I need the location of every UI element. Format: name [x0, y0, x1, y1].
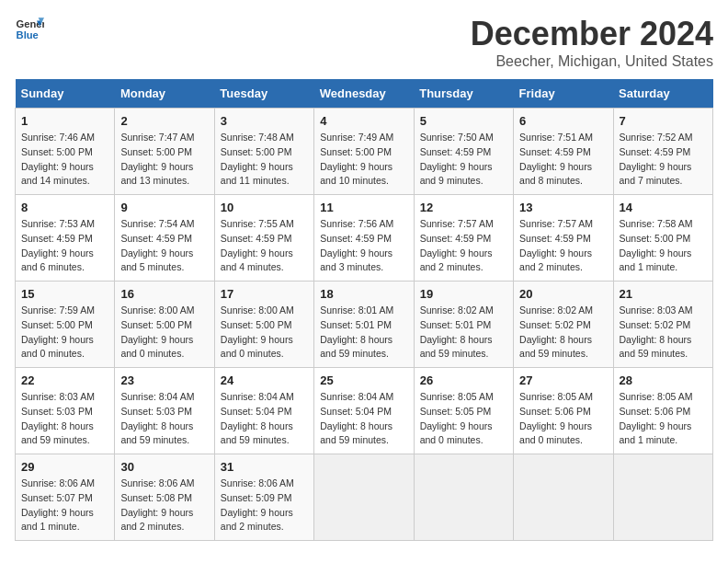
calendar-day-cell: 26Sunrise: 8:05 AMSunset: 5:05 PMDayligh…: [414, 368, 513, 454]
calendar-day-cell: 1Sunrise: 7:46 AMSunset: 5:00 PMDaylight…: [16, 109, 115, 195]
day-info: Sunrise: 8:02 AMSunset: 5:02 PMDaylight:…: [519, 304, 607, 362]
calendar-week-row: 8Sunrise: 7:53 AMSunset: 4:59 PMDaylight…: [16, 195, 713, 282]
calendar-day-cell: 29Sunrise: 8:06 AMSunset: 5:07 PMDayligh…: [16, 454, 115, 541]
day-info: Sunrise: 8:06 AMSunset: 5:07 PMDaylight:…: [21, 477, 108, 534]
day-info: Sunrise: 7:51 AMSunset: 4:59 PMDaylight:…: [519, 131, 607, 189]
day-number: 30: [120, 460, 208, 474]
calendar-day-cell: 28Sunrise: 8:05 AMSunset: 5:06 PMDayligh…: [613, 368, 712, 454]
day-info: Sunrise: 8:04 AMSunset: 5:04 PMDaylight:…: [221, 390, 308, 448]
day-info: Sunrise: 8:02 AMSunset: 5:01 PMDaylight:…: [420, 304, 507, 362]
calendar-day-cell: 20Sunrise: 8:02 AMSunset: 5:02 PMDayligh…: [514, 282, 613, 368]
calendar-day-cell: 27Sunrise: 8:05 AMSunset: 5:06 PMDayligh…: [514, 368, 613, 454]
calendar-day-cell: 6Sunrise: 7:51 AMSunset: 4:59 PMDaylight…: [514, 109, 613, 195]
calendar-day-cell: 19Sunrise: 8:02 AMSunset: 5:01 PMDayligh…: [414, 282, 513, 368]
weekday-header: Wednesday: [314, 79, 414, 109]
calendar-day-cell: 12Sunrise: 7:57 AMSunset: 4:59 PMDayligh…: [414, 195, 513, 282]
day-info: Sunrise: 8:06 AMSunset: 5:08 PMDaylight:…: [120, 477, 208, 534]
calendar-day-cell: 10Sunrise: 7:55 AMSunset: 4:59 PMDayligh…: [214, 195, 313, 282]
svg-text:Blue: Blue: [17, 29, 39, 40]
day-number: 18: [320, 287, 407, 301]
day-info: Sunrise: 7:49 AMSunset: 5:00 PMDaylight:…: [320, 131, 407, 189]
calendar-day-cell: 11Sunrise: 7:56 AMSunset: 4:59 PMDayligh…: [314, 195, 414, 282]
header: General Blue December 2024 Beecher, Mich…: [15, 15, 713, 70]
day-number: 20: [519, 287, 607, 301]
day-number: 27: [519, 373, 607, 387]
day-info: Sunrise: 8:04 AMSunset: 5:04 PMDaylight:…: [320, 390, 407, 448]
day-info: Sunrise: 7:57 AMSunset: 4:59 PMDaylight:…: [420, 217, 507, 275]
day-number: 25: [320, 373, 407, 387]
logo-icon: General Blue: [15, 15, 44, 44]
day-info: Sunrise: 7:52 AMSunset: 4:59 PMDaylight:…: [620, 131, 707, 189]
calendar-day-cell: 5Sunrise: 7:50 AMSunset: 4:59 PMDaylight…: [414, 109, 513, 195]
day-info: Sunrise: 8:00 AMSunset: 5:00 PMDaylight:…: [120, 304, 208, 362]
calendar-table: SundayMondayTuesdayWednesdayThursdayFrid…: [15, 79, 713, 541]
calendar-day-cell: [314, 454, 414, 541]
calendar-day-cell: 21Sunrise: 8:03 AMSunset: 5:02 PMDayligh…: [613, 282, 712, 368]
weekday-header: Friday: [514, 79, 613, 109]
day-info: Sunrise: 8:00 AMSunset: 5:00 PMDaylight:…: [221, 304, 308, 362]
day-number: 28: [620, 373, 707, 387]
calendar-day-cell: 24Sunrise: 8:04 AMSunset: 5:04 PMDayligh…: [214, 368, 313, 454]
day-number: 13: [519, 201, 607, 214]
day-info: Sunrise: 8:05 AMSunset: 5:05 PMDaylight:…: [420, 390, 507, 448]
weekday-header-row: SundayMondayTuesdayWednesdayThursdayFrid…: [16, 79, 713, 109]
calendar-week-row: 22Sunrise: 8:03 AMSunset: 5:03 PMDayligh…: [16, 368, 713, 454]
calendar-day-cell: 2Sunrise: 7:47 AMSunset: 5:00 PMDaylight…: [115, 109, 214, 195]
calendar-day-cell: 23Sunrise: 8:04 AMSunset: 5:03 PMDayligh…: [115, 368, 214, 454]
month-title: December 2024: [471, 15, 713, 53]
day-number: 9: [120, 201, 208, 214]
day-info: Sunrise: 7:53 AMSunset: 4:59 PMDaylight:…: [21, 217, 108, 275]
day-info: Sunrise: 8:04 AMSunset: 5:03 PMDaylight:…: [120, 390, 208, 448]
day-info: Sunrise: 7:54 AMSunset: 4:59 PMDaylight:…: [120, 217, 208, 275]
day-info: Sunrise: 8:01 AMSunset: 5:01 PMDaylight:…: [320, 304, 407, 362]
day-info: Sunrise: 8:06 AMSunset: 5:09 PMDaylight:…: [221, 477, 308, 534]
location-title: Beecher, Michigan, United States: [471, 53, 713, 70]
weekday-header: Monday: [115, 79, 214, 109]
day-number: 29: [21, 460, 108, 474]
day-number: 10: [221, 201, 308, 214]
calendar-day-cell: [414, 454, 513, 541]
weekday-header: Tuesday: [214, 79, 313, 109]
day-info: Sunrise: 7:47 AMSunset: 5:00 PMDaylight:…: [120, 131, 208, 189]
day-number: 22: [21, 373, 108, 387]
day-number: 24: [221, 373, 308, 387]
calendar-day-cell: 4Sunrise: 7:49 AMSunset: 5:00 PMDaylight…: [314, 109, 414, 195]
day-number: 19: [420, 287, 507, 301]
day-info: Sunrise: 7:56 AMSunset: 4:59 PMDaylight:…: [320, 217, 407, 275]
calendar-day-cell: 25Sunrise: 8:04 AMSunset: 5:04 PMDayligh…: [314, 368, 414, 454]
calendar-day-cell: [514, 454, 613, 541]
weekday-header: Sunday: [16, 79, 115, 109]
day-info: Sunrise: 7:46 AMSunset: 5:00 PMDaylight:…: [21, 131, 108, 189]
calendar-day-cell: 7Sunrise: 7:52 AMSunset: 4:59 PMDaylight…: [613, 109, 712, 195]
calendar-day-cell: 3Sunrise: 7:48 AMSunset: 5:00 PMDaylight…: [214, 109, 313, 195]
day-number: 15: [21, 287, 108, 301]
calendar-day-cell: 8Sunrise: 7:53 AMSunset: 4:59 PMDaylight…: [16, 195, 115, 282]
day-info: Sunrise: 7:57 AMSunset: 4:59 PMDaylight:…: [519, 217, 607, 275]
calendar-day-cell: 30Sunrise: 8:06 AMSunset: 5:08 PMDayligh…: [115, 454, 214, 541]
weekday-header: Thursday: [414, 79, 513, 109]
calendar-week-row: 15Sunrise: 7:59 AMSunset: 5:00 PMDayligh…: [16, 282, 713, 368]
calendar-week-row: 1Sunrise: 7:46 AMSunset: 5:00 PMDaylight…: [16, 109, 713, 195]
calendar-day-cell: 16Sunrise: 8:00 AMSunset: 5:00 PMDayligh…: [115, 282, 214, 368]
weekday-header: Saturday: [613, 79, 712, 109]
calendar-week-row: 29Sunrise: 8:06 AMSunset: 5:07 PMDayligh…: [16, 454, 713, 541]
day-number: 14: [620, 201, 707, 214]
day-info: Sunrise: 7:58 AMSunset: 5:00 PMDaylight:…: [620, 217, 707, 275]
day-info: Sunrise: 7:59 AMSunset: 5:00 PMDaylight:…: [21, 304, 108, 362]
day-number: 5: [420, 114, 507, 128]
calendar-day-cell: 22Sunrise: 8:03 AMSunset: 5:03 PMDayligh…: [16, 368, 115, 454]
day-number: 26: [420, 373, 507, 387]
calendar-day-cell: 17Sunrise: 8:00 AMSunset: 5:00 PMDayligh…: [214, 282, 313, 368]
day-info: Sunrise: 8:05 AMSunset: 5:06 PMDaylight:…: [620, 390, 707, 448]
calendar-day-cell: 15Sunrise: 7:59 AMSunset: 5:00 PMDayligh…: [16, 282, 115, 368]
day-info: Sunrise: 7:50 AMSunset: 4:59 PMDaylight:…: [420, 131, 507, 189]
day-info: Sunrise: 8:03 AMSunset: 5:03 PMDaylight:…: [21, 390, 108, 448]
day-number: 1: [21, 114, 108, 128]
logo: General Blue: [15, 15, 44, 44]
day-number: 7: [620, 114, 707, 128]
day-number: 3: [221, 114, 308, 128]
day-number: 23: [120, 373, 208, 387]
day-info: Sunrise: 7:55 AMSunset: 4:59 PMDaylight:…: [221, 217, 308, 275]
day-info: Sunrise: 8:03 AMSunset: 5:02 PMDaylight:…: [620, 304, 707, 362]
title-area: December 2024 Beecher, Michigan, United …: [471, 15, 713, 70]
